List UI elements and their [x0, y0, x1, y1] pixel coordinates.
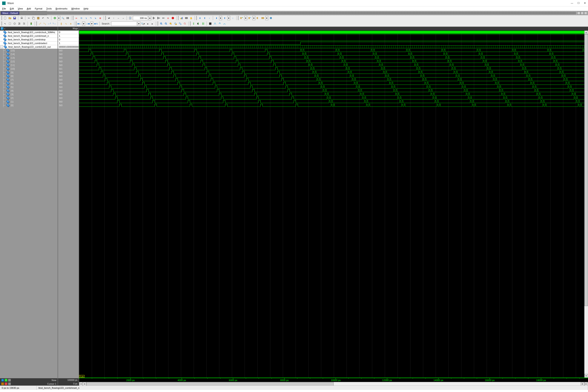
layout5-button[interactable] — [269, 16, 273, 20]
run-length-input[interactable] — [133, 16, 148, 20]
prev-button[interactable]: ← — [116, 16, 121, 20]
signal-name[interactable]: [7] — [11, 78, 13, 81]
layout2-button[interactable] — [248, 16, 252, 20]
signal-name[interactable]: [1] — [11, 100, 13, 103]
toolbar-grip[interactable] — [190, 22, 191, 26]
stop-run-button[interactable] — [171, 16, 175, 20]
signal-row[interactable]: /test_bench_flowingLED_comb/clock_50MHz — [0, 30, 58, 34]
search-prev-button[interactable]: ◂ — [146, 22, 150, 26]
find-button[interactable]: 🔍 — [61, 16, 65, 20]
view2-button[interactable] — [196, 22, 201, 26]
signal-name[interactable]: [2] — [11, 97, 13, 99]
signal-row[interactable]: [3] — [0, 93, 58, 96]
print-button[interactable] — [20, 16, 24, 20]
scroll-thumb[interactable] — [87, 382, 334, 386]
zoom-full-button[interactable] — [169, 22, 173, 26]
redo-button[interactable]: ↷ — [46, 16, 50, 20]
run-length-step[interactable]: ♦ — [148, 16, 151, 20]
filter-in-dropdown[interactable]: ▾ — [82, 22, 85, 26]
signal-row[interactable]: [1] — [0, 100, 58, 104]
toolbar-grip[interactable] — [1, 16, 2, 20]
up-button[interactable]: ↑ — [112, 16, 116, 20]
time-axis[interactable]: 2000 ps4000 ps6000 ps8000 ps10000 ps1200… — [79, 378, 588, 382]
signal-row[interactable]: [15] — [0, 49, 58, 52]
signal-row[interactable]: [9] — [0, 71, 58, 74]
layout1-button[interactable] — [240, 16, 244, 20]
menu-window[interactable]: Window — [71, 7, 80, 10]
layout1-dropdown[interactable]: ▾ — [244, 16, 247, 20]
toggle-leaf-button[interactable] — [66, 16, 70, 20]
memory-button[interactable] — [184, 16, 189, 20]
edge-fall-button[interactable]: └┐ — [43, 22, 47, 26]
zoom-other-button[interactable] — [183, 22, 187, 26]
toolbar-grip[interactable] — [76, 22, 77, 26]
signal-row[interactable]: [6] — [0, 82, 58, 85]
break-run-button[interactable]: ⦻ — [166, 16, 170, 20]
signal-row[interactable]: [13] — [0, 56, 58, 60]
signal-name[interactable]: /test_bench_flowingLED_comb/select — [8, 42, 47, 44]
break-button[interactable]: ⊗ — [98, 16, 102, 20]
close-pane-button[interactable] — [584, 12, 587, 14]
trace-button[interactable]: ✋ — [189, 16, 193, 20]
step-into-button[interactable]: ↴ — [84, 16, 88, 20]
toolbar-grip[interactable] — [36, 22, 37, 26]
filter-out-button[interactable]: →⧓ — [86, 22, 90, 26]
scroll-down-button[interactable]: ▾ — [584, 374, 588, 378]
signal-name[interactable]: [3] — [11, 93, 13, 96]
save-button[interactable] — [13, 16, 17, 20]
adjust2-button[interactable] — [22, 22, 26, 26]
signal-name[interactable]: [6] — [11, 82, 13, 85]
menu-help[interactable]: Help — [84, 7, 89, 10]
signal-name[interactable]: /test_bench_flowingLED_comb/stop — [8, 38, 46, 41]
signal-row[interactable]: [4] — [0, 89, 58, 93]
layout4-dropdown[interactable]: ▾ — [265, 16, 268, 20]
toolbar-grip[interactable] — [1, 22, 2, 26]
header-grip[interactable] — [21, 12, 576, 14]
signal-name[interactable]: [12] — [11, 60, 15, 63]
add-dropdown[interactable]: ▾ — [58, 16, 61, 20]
view4-button[interactable] — [208, 22, 212, 26]
collapse-button[interactable]: − — [1, 46, 3, 48]
minimize-button[interactable]: — — [571, 2, 573, 4]
scroll-up-button[interactable]: ▴ — [584, 30, 588, 34]
signal-row[interactable]: [8] — [0, 74, 58, 78]
signal-name[interactable]: [0] — [11, 104, 13, 106]
layout3-button[interactable] — [256, 16, 260, 20]
menu-format[interactable]: Format — [35, 7, 42, 10]
dock-button[interactable] — [577, 12, 580, 14]
toolbar-grip[interactable] — [196, 16, 197, 20]
zoom-cursor-button[interactable] — [173, 22, 178, 26]
cursor-expand2-button[interactable]: ↕ — [231, 16, 235, 20]
search-dropdown[interactable]: ▾ — [137, 22, 140, 26]
maximize-button[interactable]: ☐ — [577, 2, 579, 4]
step-back-button[interactable]: ⇤ — [74, 16, 79, 20]
view3-button[interactable] — [201, 22, 205, 26]
run-once-button[interactable] — [152, 16, 156, 20]
filter-clear-button[interactable]: ⧓↯ — [94, 22, 98, 26]
scroll-right-button[interactable]: ▸ — [584, 382, 588, 386]
cursor-next-dropdown[interactable]: ▾ — [227, 16, 230, 20]
cursor-next-trans2-button[interactable]: ⬆ — [223, 16, 227, 20]
toolbar-grip[interactable] — [73, 16, 74, 20]
view5-button[interactable] — [213, 22, 217, 26]
scroll-vthumb[interactable] — [584, 34, 588, 306]
toolbar-grip[interactable] — [157, 22, 158, 26]
toggle-wave1-button[interactable]: ∿ — [64, 22, 68, 26]
adjust-button[interactable] — [17, 22, 22, 26]
signal-name[interactable]: [5] — [11, 86, 13, 88]
cursor-prev-trans-button[interactable]: ⬇ — [198, 16, 202, 20]
menu-view[interactable]: View — [18, 7, 23, 10]
menu-file[interactable]: File — [2, 7, 6, 10]
signal-row[interactable]: −/test_bench_flowingLED_comb/LED_out — [0, 45, 58, 49]
run-button[interactable] — [128, 16, 133, 20]
search-next-button[interactable]: ▸ — [150, 22, 155, 26]
signal-name[interactable]: [13] — [11, 56, 15, 59]
cursor-expand-button[interactable]: ↕ — [207, 16, 212, 20]
edge-rise-button[interactable]: ┌┘ — [38, 22, 42, 26]
signal-row[interactable]: [5] — [0, 85, 58, 89]
cursor-next-trans-button[interactable]: ⬆ — [203, 16, 207, 20]
signal-name[interactable]: [11] — [11, 64, 15, 66]
profile-button[interactable] — [180, 16, 184, 20]
cursor-prev-trans2-button[interactable]: ⬇ — [214, 16, 219, 20]
filter-out-dropdown[interactable]: ▾ — [90, 22, 93, 26]
